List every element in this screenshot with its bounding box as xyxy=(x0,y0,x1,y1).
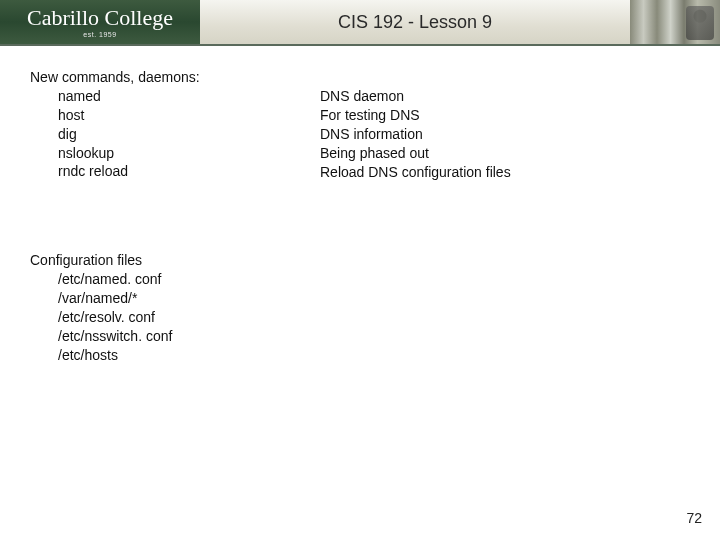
college-logo: Cabrillo College est. 1959 xyxy=(0,0,200,44)
logo-text: Cabrillo College est. 1959 xyxy=(27,7,173,38)
command-description: Being phased out xyxy=(320,144,696,163)
page-number: 72 xyxy=(686,510,702,526)
command-description: Reload DNS configuration files xyxy=(320,163,696,182)
config-heading: Configuration files xyxy=(30,251,696,270)
command-item: nslookup xyxy=(58,144,320,163)
command-item: host xyxy=(58,106,320,125)
command-item: rndc reload xyxy=(58,162,320,181)
command-item: named xyxy=(58,87,320,106)
config-list: /etc/named. conf /var/named/* /etc/resol… xyxy=(30,270,696,364)
command-description: DNS daemon xyxy=(320,87,696,106)
command-description: DNS information xyxy=(320,125,696,144)
commands-column: New commands, daemons: named host dig ns… xyxy=(30,68,320,181)
config-item: /etc/hosts xyxy=(58,346,696,365)
commands-heading: New commands, daemons: xyxy=(30,68,320,87)
config-item: /etc/resolv. conf xyxy=(58,308,696,327)
config-item: /var/named/* xyxy=(58,289,696,308)
commands-row: New commands, daemons: named host dig ns… xyxy=(30,68,696,181)
slide-content: New commands, daemons: named host dig ns… xyxy=(0,46,720,365)
command-item: dig xyxy=(58,125,320,144)
config-block: Configuration files /etc/named. conf /va… xyxy=(30,251,696,364)
command-description: For testing DNS xyxy=(320,106,696,125)
descriptions-column: DNS daemon For testing DNS DNS informati… xyxy=(320,68,696,181)
header-photo xyxy=(630,0,720,44)
slide-header: Cabrillo College est. 1959 CIS 192 - Les… xyxy=(0,0,720,46)
logo-subtext: est. 1959 xyxy=(27,31,173,38)
config-item: /etc/named. conf xyxy=(58,270,696,289)
slide-title: CIS 192 - Lesson 9 xyxy=(200,0,630,44)
commands-list: named host dig nslookup rndc reload xyxy=(30,87,320,181)
logo-main: Cabrillo College xyxy=(27,5,173,30)
config-item: /etc/nsswitch. conf xyxy=(58,327,696,346)
